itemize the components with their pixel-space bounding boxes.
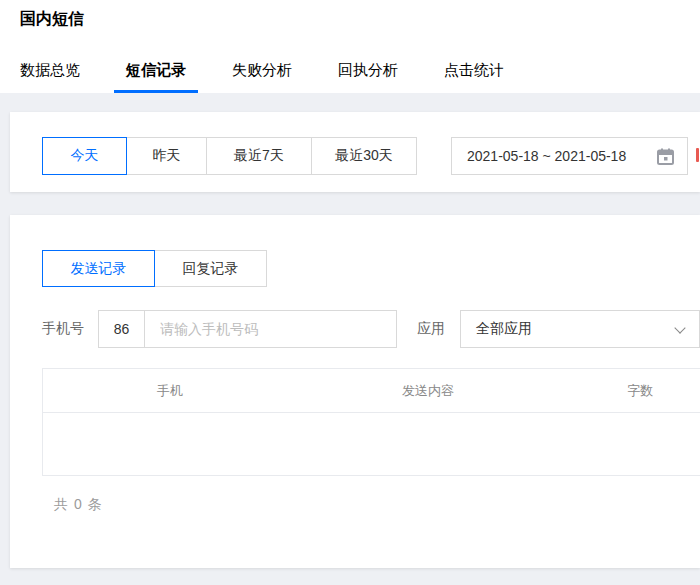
- chevron-down-icon: [674, 322, 685, 333]
- phone-number-input[interactable]: [144, 310, 397, 348]
- topbar: 国内短信 数据总览 短信记录 失败分析 回执分析 点击统计: [0, 0, 700, 93]
- tab-sms-records[interactable]: 短信记录: [114, 61, 198, 93]
- app-select-value: 全部应用: [476, 320, 532, 338]
- clipped-red-text-fragment: [696, 148, 699, 162]
- send-records-tab[interactable]: 发送记录: [42, 250, 155, 287]
- date-range-input[interactable]: 2021-05-18 ~ 2021-05-18: [451, 137, 688, 175]
- records-card: 发送记录 回复记录 手机号 86 应用 全部应用 手机 发送内容 字数 共 0 …: [10, 215, 700, 568]
- search-form: 手机号 86 应用 全部应用: [42, 310, 700, 348]
- column-header-content: 发送内容: [297, 382, 560, 400]
- app-select[interactable]: 全部应用: [460, 310, 700, 348]
- date-filter-row: 今天 昨天 最近7天 最近30天 2021-05-18 ~ 2021-05-18: [42, 137, 700, 175]
- tab-receipt-analysis[interactable]: 回执分析: [326, 61, 410, 93]
- tab-failure-analysis[interactable]: 失败分析: [220, 61, 304, 93]
- column-header-wordcount: 字数: [559, 382, 700, 400]
- total-count-text: 共 0 条: [54, 496, 700, 514]
- reply-records-tab[interactable]: 回复记录: [154, 250, 267, 287]
- record-type-group: 发送记录 回复记录: [42, 250, 700, 287]
- date-preset-group: 今天 昨天 最近7天 最近30天: [42, 137, 417, 175]
- calendar-icon[interactable]: [657, 148, 674, 165]
- preset-yesterday-button[interactable]: 昨天: [126, 137, 207, 175]
- date-range-value: 2021-05-18 ~ 2021-05-18: [467, 148, 626, 164]
- date-filter-card: 今天 昨天 最近7天 最近30天 2021-05-18 ~ 2021-05-18: [10, 112, 700, 192]
- app-label: 应用: [417, 320, 445, 338]
- tab-bar: 数据总览 短信记录 失败分析 回执分析 点击统计: [8, 61, 538, 93]
- preset-last7days-button[interactable]: 最近7天: [206, 137, 312, 175]
- preset-today-button[interactable]: 今天: [42, 137, 127, 175]
- tab-data-overview[interactable]: 数据总览: [8, 61, 92, 93]
- empty-table-row: [43, 413, 700, 475]
- page-title: 国内短信: [20, 9, 84, 30]
- column-header-phone: 手机: [43, 382, 297, 400]
- phone-country-code[interactable]: 86: [98, 310, 145, 348]
- table-header-row: 手机 发送内容 字数: [43, 369, 700, 413]
- preset-last30days-button[interactable]: 最近30天: [311, 137, 417, 175]
- records-table: 手机 发送内容 字数: [42, 368, 700, 476]
- tab-click-stats[interactable]: 点击统计: [432, 61, 516, 93]
- phone-label: 手机号: [42, 320, 84, 338]
